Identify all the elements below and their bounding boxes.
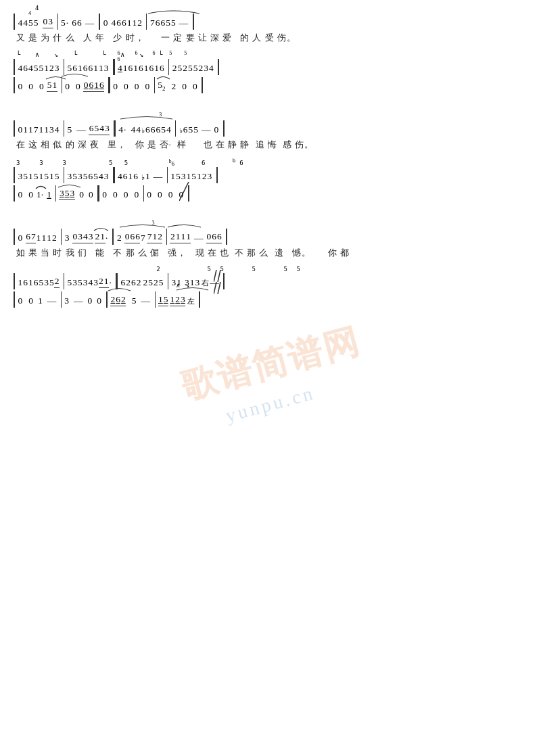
melody-row-2: 0 1 1 7 1 1 3 4 5 — 6 5: [14, 120, 527, 137]
page: 歌谱简谱网 yunpu.cn 4 4 4 4 5 5 0: [0, 0, 541, 756]
s3-bass-m2: 3 — 0 0: [62, 291, 107, 308]
accomp-1-m3: 6 6 6 6 4 1 6 1 6 1 6 1 6: [115, 59, 170, 75]
accomp-1-m4: 5 5 2 5 2 5 5 2 3 4: [169, 59, 219, 75]
s2-m2: 5 — 6 5 4 3: [64, 120, 114, 137]
lyrics-row-1: 又 是 为 什 么 人 年 少 时， 一 定 要 让 深 爱 的 人 受 伤。: [14, 31, 527, 47]
s2-m3: 3 4 · 4 4 ♭ 6 6 6 5 4: [116, 120, 176, 137]
s2-bass-m3: 0 0 0 0: [99, 185, 144, 202]
accomp-lower-2: 0 0 1· 1: [14, 185, 527, 202]
bow-marks-1: └ ∧ ↘ └ └ ∧ ↘ └: [14, 51, 527, 58]
lyrics-row-2: 在 这 相 似 的 深 夜 里， 你 是 否· 样 也 在 静 静 追 悔 感 …: [14, 138, 527, 153]
slur-arc: [35, 183, 47, 190]
section-1: 4 4 4 4 5 5 0 3 5 ·: [14, 7, 527, 93]
slur-arc: [156, 74, 171, 80]
s2-acc-m1: 3 5 1 5 1 5 1 5: [15, 167, 64, 183]
measure-1-1: 4 4 4 4 5 5 0 3: [15, 14, 58, 30]
above-marks-2: 3 3 3 5 5 6 b6: [14, 158, 527, 166]
s3-bass-m4: ∧ ↘ 1 5 1 2 3 左: [156, 291, 201, 308]
s2-bass-m1: 0 0 1· 1: [15, 185, 56, 202]
s2-m4: ♭ 6 5 5 — 0: [176, 120, 225, 137]
s2-bass-m4: 0 0 0 0: [144, 185, 189, 202]
melody-row-3: 0 6 7 1 1 1 2 3 0 3: [14, 229, 527, 245]
s3-m1: 0 6 7 1 1 1 2: [15, 229, 62, 245]
measure-1-3: 0 4 6 6 1 1 2: [100, 14, 147, 30]
gap-1: [14, 105, 527, 120]
slur-arc: [167, 222, 202, 229]
watermark-line1: 歌谱简谱网: [177, 318, 365, 410]
gap-2: [14, 214, 527, 229]
watermark-line2: yunpu.cn: [223, 382, 317, 427]
s2-acc-m2: 3 5 3 5 6 5 4 3: [64, 167, 114, 183]
above-marks-3: 2 5 5 5 5 5: [14, 266, 527, 273]
bass-1-m1: 0 0 0 5 1: [15, 77, 62, 93]
s3-m3: 3 2 0 6 6 7 7 1 2: [114, 229, 167, 245]
section-2: 0 1 1 7 1 1 3 4 5 — 6 5: [14, 120, 527, 202]
slur-arc: [108, 285, 132, 292]
bass-1-m2: 0 0 0 6 1 6: [62, 77, 110, 93]
accomp-upper-2: 3 3 3 5 5 6 b6 3 5 1 5 1 5 1 5 3 5: [14, 158, 527, 183]
melody-row-1: 4 4 4 4 5 5 0 3 5 ·: [14, 14, 527, 30]
accomp-upper-1: └ ∧ ↘ └ └ ∧ ↘ └ 4 6 4 5 5 1 2 3 5 6 1: [14, 51, 527, 75]
slur-arc: [120, 114, 174, 120]
s3-bass-m1: 0 0 1 —: [15, 291, 62, 308]
s3-m2: 3 0 3 4 3 2 1: [62, 229, 113, 245]
slur-arc: [147, 7, 201, 15]
section-3: 0 6 7 1 1 1 2 3 0 3: [14, 229, 527, 308]
s3-m4: 2 1 1 1 — 0 6 6: [167, 229, 227, 245]
measure-1-2: 5 · 6 6 —: [58, 14, 99, 30]
s2-acc-m3: 4 6 1 6 ♭ 1 —: [115, 167, 168, 183]
s3-acc-m1: 1 6 1 6 5 3 5 2: [15, 273, 64, 289]
accomp-lower-3: 0 0 1 — 3 — 0 0: [14, 291, 527, 308]
s3-bass-m3: 2 6 2 5 —: [108, 291, 156, 308]
measure-1-4: 7 6 6 5 5 —: [147, 14, 193, 30]
accomp-lower-1: 0 0 0 5 1 0: [14, 77, 527, 93]
s2-acc-m4: b6 1 5 3 1 5 1 2 3: [168, 167, 218, 183]
accomp-1-m1: 4 6 4 5 5 1 2 3: [15, 59, 64, 75]
slur-arc: [119, 222, 166, 229]
bass-1-m4: 52 2 0 0: [155, 77, 204, 93]
s2-m1: 0 1 1 7 1 1 3 4: [15, 120, 64, 137]
s2-bass-m2: 3 5 3 0 0: [56, 185, 98, 202]
accomp-upper-3: 2 5 5 5 5 5 1 6 1 6 5 3 5 2 5: [14, 266, 527, 289]
lyrics-row-3: 如 果 当 时 我 们 能 不 那 么 倔 强， 现 在 也 不 那 么 遗 憾…: [14, 246, 527, 262]
slur-arc: [61, 71, 89, 78]
bass-1-m3: 0 0 0 0: [110, 77, 155, 93]
